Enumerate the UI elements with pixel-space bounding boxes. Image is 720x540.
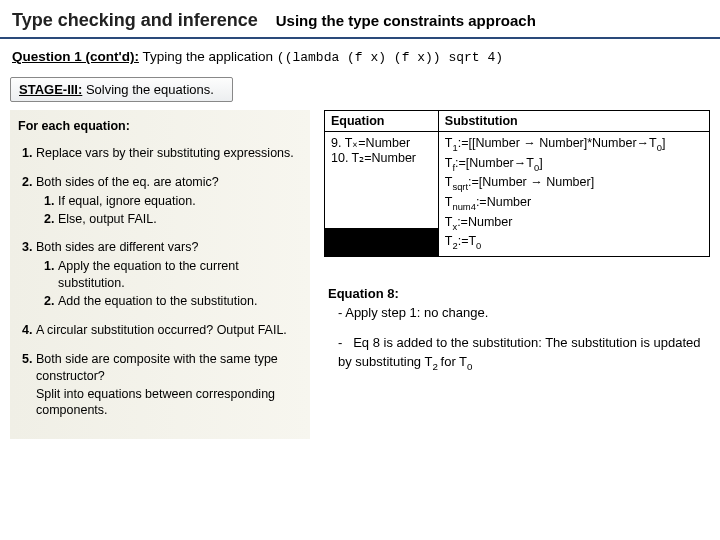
step-2: Both sides of the eq. are atomic? If equ…	[36, 174, 304, 228]
question-code: ((lambda (f x) (f x)) sqrt 4)	[277, 50, 503, 65]
notes-block: Equation 8: - Apply step 1: no change. -…	[324, 285, 710, 374]
right-panel: Equation Substitution 9. Tₓ=Number 10. T…	[324, 110, 710, 439]
content-row: For each equation: Replace vars by their…	[0, 110, 720, 439]
question-label: Question 1 (cont'd):	[12, 49, 139, 64]
substitution-cell: T1:=[[Number → Number]*Number→T0] Tf:=[N…	[438, 132, 709, 257]
stage-label: STAGE-III:	[19, 82, 82, 97]
slide-title-right: Using the type constraints approach	[276, 12, 536, 29]
th-equation: Equation	[325, 111, 439, 132]
step-3-2: Add the equation to the substitution.	[58, 293, 304, 310]
stage-text: Solving the equations.	[86, 82, 214, 97]
equation-table: Equation Substitution 9. Tₓ=Number 10. T…	[324, 110, 710, 257]
for-each-label: For each equation:	[18, 118, 304, 135]
step-3-1: Apply the equation to the current substi…	[58, 258, 304, 292]
step-5: Both side are composite with the same ty…	[36, 351, 304, 420]
step-1: Replace vars by their substituting expre…	[36, 145, 304, 162]
notes-title: Equation 8:	[328, 285, 710, 304]
filled-row-2	[325, 242, 439, 256]
slide-header: Type checking and inference Using the ty…	[0, 0, 720, 39]
slide-title-left: Type checking and inference	[12, 10, 258, 31]
equation-cell: 9. Tₓ=Number 10. T₂=Number	[325, 132, 439, 229]
question-line: Question 1 (cont'd): Typing the applicat…	[0, 39, 720, 73]
step-4: A circular substitution occurred? Output…	[36, 322, 304, 339]
step-2-1: If equal, ignore equation.	[58, 193, 304, 210]
notes-line-1: - Apply step 1: no change.	[328, 304, 710, 323]
notes-line-2: - Eq 8 is added to the substitution: The…	[328, 334, 710, 374]
stage-bar: STAGE-III: Solving the equations.	[10, 77, 233, 102]
steps-list: Replace vars by their substituting expre…	[18, 145, 304, 419]
step-3: Both sides are different vars? Apply the…	[36, 239, 304, 310]
step-5-note: Split into equations between correspondi…	[36, 386, 304, 420]
filled-row-1	[325, 228, 439, 242]
question-prefix: Typing the application	[142, 49, 273, 64]
th-substitution: Substitution	[438, 111, 709, 132]
steps-panel: For each equation: Replace vars by their…	[10, 110, 310, 439]
step-2-2: Else, output FAIL.	[58, 211, 304, 228]
